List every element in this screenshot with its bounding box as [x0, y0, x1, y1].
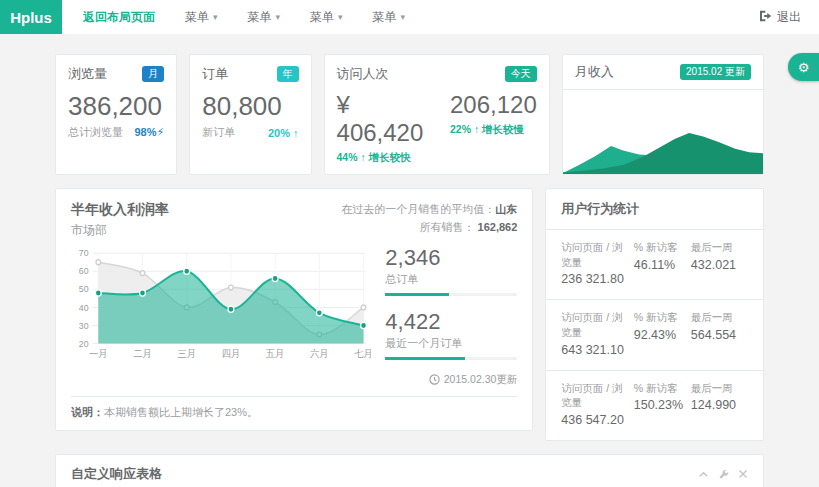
visits-col-2: 206,120 22% ↑ 增长较慢: [450, 91, 537, 165]
card-tools: [698, 469, 748, 480]
caret-down-icon: ▾: [401, 12, 406, 22]
main-content: 浏览量 月 386,200 总计浏览量 98%⚡ 订单 年 80,800 新订单…: [0, 34, 819, 487]
bottom-row: 自定义响应表格 天 周 月 搜索: [55, 454, 764, 487]
sales-stats: 2,346 总订单 4,422 最近一个月订单 2015.02.30更新: [371, 245, 517, 387]
top-navbar: Hplus 返回布局页面 菜单▾ 菜单▾ 菜单▾ 菜单▾ 退出: [0, 0, 819, 34]
orders-sub-value: 20% ↑: [268, 127, 299, 139]
visits-badge: 今天: [505, 66, 537, 82]
caret-down-icon: ▾: [276, 12, 281, 22]
gear-icon: ⚙: [798, 60, 810, 75]
nav-menu-3[interactable]: 菜单▾: [295, 0, 358, 34]
responsive-table-card: 自定义响应表格 天 周 月 搜索: [55, 454, 764, 487]
views-value: 386,200: [68, 91, 164, 122]
svg-text:二月: 二月: [133, 348, 152, 359]
visits-value-2: 206,120: [450, 91, 537, 119]
orders-badge: 年: [277, 66, 299, 82]
orders-total-progressbar: [385, 293, 517, 296]
svg-text:一月: 一月: [89, 348, 108, 359]
sign-out-icon: [759, 10, 772, 25]
level-up-icon: ↑: [360, 151, 365, 163]
collapse-icon[interactable]: [698, 469, 709, 480]
navbar-spacer: [420, 0, 741, 34]
level-up-icon: ↑: [293, 127, 299, 139]
svg-text:70: 70: [79, 248, 89, 258]
orders-sub-label: 新订单: [202, 125, 235, 140]
views-title: 浏览量: [68, 65, 107, 83]
wrench-icon[interactable]: [718, 469, 729, 480]
table-card-title: 自定义响应表格: [71, 465, 162, 483]
revenue-badge: 2015.02 更新: [680, 64, 751, 80]
visits-col-1: ¥ 406,420 44% ↑ 增长较快: [337, 91, 424, 165]
settings-gear-button[interactable]: ⚙: [788, 53, 819, 81]
svg-text:30: 30: [79, 320, 89, 330]
sales-summary: 在过去的一个月销售的平均值：山东 所有销售： 162,862: [341, 201, 517, 239]
views-card: 浏览量 月 386,200 总计浏览量 98%⚡: [55, 54, 177, 175]
svg-text:三月: 三月: [177, 348, 196, 359]
orders-total-label: 总订单: [385, 272, 517, 287]
orders-month-value: 4,422: [385, 309, 517, 335]
views-sub-label: 总计浏览量: [68, 125, 123, 140]
stat-cards-row: 浏览量 月 386,200 总计浏览量 98%⚡ 订单 年 80,800 新订单…: [55, 54, 764, 175]
orders-value: 80,800: [202, 91, 298, 122]
nav-menu-4[interactable]: 菜单▾: [358, 0, 421, 34]
svg-text:20: 20: [79, 338, 89, 348]
revenue-card: 月收入 2015.02 更新: [562, 54, 764, 175]
svg-text:40: 40: [79, 302, 89, 312]
close-icon[interactable]: [738, 469, 748, 479]
revenue-title: 月收入: [575, 63, 614, 81]
svg-text:四月: 四月: [222, 348, 241, 359]
level-up-icon: ↑: [474, 123, 479, 135]
user-stats-row: 访问页面 / 浏览量436 547.20 % 新访客150.23% 最后一周12…: [546, 371, 763, 440]
sales-note: 说明：本期销售额比上期增长了23%。: [71, 396, 517, 420]
sales-total-value: 162,862: [478, 221, 518, 233]
clock-icon: [429, 374, 440, 387]
revenue-sparkline-chart: [563, 118, 763, 174]
orders-title: 订单: [202, 65, 228, 83]
sales-chart-card: 半年收入利润率 市场部 在过去的一个月销售的平均值：山东 所有销售： 162,8…: [55, 188, 533, 431]
nav-menu-1[interactable]: 菜单▾: [170, 0, 233, 34]
bolt-icon: ⚡: [157, 126, 165, 138]
orders-total-value: 2,346: [385, 245, 517, 271]
caret-down-icon: ▾: [338, 12, 343, 22]
caret-down-icon: ▾: [213, 12, 218, 22]
logout-button[interactable]: 退出: [741, 0, 819, 34]
sales-avg-value: 山东: [495, 203, 517, 215]
user-stats-row: 访问页面 / 浏览量236 321.80 % 新访客46.11% 最后一周432…: [546, 230, 763, 300]
sales-line-chart: 203040506070一月二月三月四月五月六月七月: [71, 245, 371, 360]
views-badge: 月: [142, 66, 164, 82]
views-sub-value: 98%⚡: [135, 126, 165, 139]
visits-sub-2: 22% ↑ 增长较慢: [450, 123, 537, 137]
logout-label: 退出: [777, 9, 801, 26]
updated-timestamp: 2015.02.30更新: [385, 373, 517, 387]
sales-title: 半年收入利润率: [71, 201, 169, 219]
svg-text:60: 60: [79, 266, 89, 276]
user-stats-row: 访问页面 / 浏览量643 321.10 % 新访客92.43% 最后一周564…: [546, 300, 763, 370]
sales-subtitle: 市场部: [71, 222, 169, 239]
user-stats-title: 用户行为统计: [546, 189, 763, 230]
orders-card: 订单 年 80,800 新订单 20% ↑: [189, 54, 311, 175]
visits-value-1: ¥ 406,420: [337, 91, 424, 147]
visits-card: 访问人次 今天 ¥ 406,420 44% ↑ 增长较快 206,120 22%…: [324, 54, 550, 175]
svg-text:六月: 六月: [310, 348, 329, 359]
user-stats-panel: 用户行为统计 访问页面 / 浏览量236 321.80 % 新访客46.11% …: [545, 188, 764, 441]
visits-sub-1: 44% ↑ 增长较快: [337, 151, 424, 165]
app-logo[interactable]: Hplus: [0, 0, 62, 34]
middle-row: 半年收入利润率 市场部 在过去的一个月销售的平均值：山东 所有销售： 162,8…: [55, 188, 764, 441]
svg-text:50: 50: [79, 284, 89, 294]
orders-month-label: 最近一个月订单: [385, 336, 517, 351]
visits-title: 访问人次: [337, 65, 389, 83]
svg-text:七月: 七月: [354, 348, 371, 359]
svg-text:五月: 五月: [266, 348, 285, 359]
nav-menu-2[interactable]: 菜单▾: [233, 0, 296, 34]
orders-month-progressbar: [385, 357, 517, 360]
nav-home-link[interactable]: 返回布局页面: [68, 0, 170, 34]
